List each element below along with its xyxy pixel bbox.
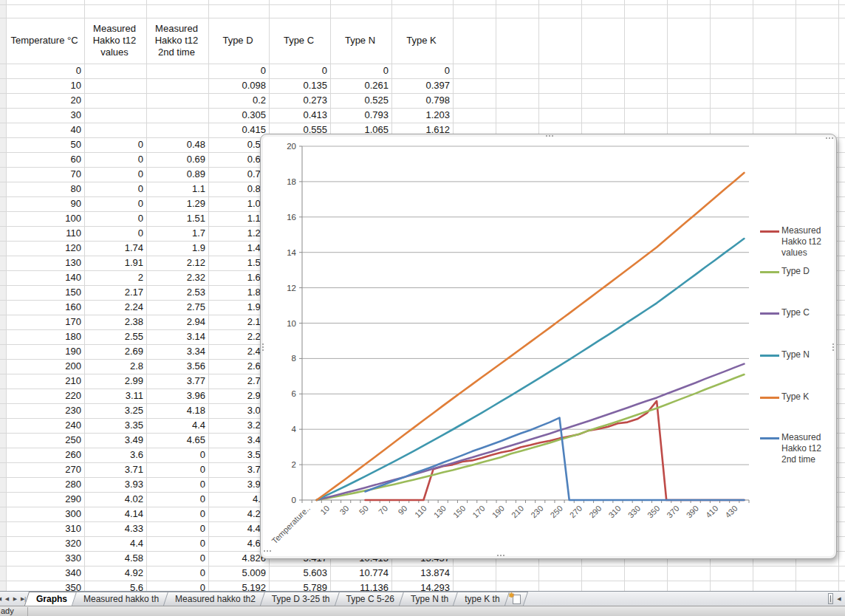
cell[interactable]: 3.49	[84, 433, 146, 448]
cell[interactable]: 1.7	[146, 226, 208, 241]
cell[interactable]: 30	[6, 108, 84, 123]
cell[interactable]: 10	[6, 78, 84, 93]
header-cell[interactable]: Type N	[330, 18, 390, 64]
cell[interactable]: 1.29	[146, 196, 208, 211]
cell[interactable]: 0.305	[208, 108, 269, 123]
chart[interactable]: Temperature..103050709011013015017019021…	[260, 134, 837, 559]
cell[interactable]: 3.34	[146, 344, 208, 359]
cell[interactable]: 4.02	[84, 492, 146, 507]
cell[interactable]: 2.55	[84, 329, 146, 344]
cell[interactable]: 2.38	[84, 315, 146, 329]
cell[interactable]: 50	[6, 137, 84, 152]
cell[interactable]: 60	[6, 152, 84, 167]
cell[interactable]: 2.12	[146, 256, 208, 270]
hscroll-left-icon[interactable]: ◀	[835, 593, 844, 604]
series-line-3[interactable]	[317, 239, 745, 500]
header-cell[interactable]: Type D	[208, 18, 267, 64]
cell[interactable]: 2.8	[84, 359, 146, 374]
cell[interactable]: 280	[6, 477, 84, 492]
legend-entry[interactable]: Type D	[760, 266, 832, 277]
cell[interactable]: 250	[6, 433, 84, 448]
cell[interactable]: 130	[6, 256, 84, 270]
cell[interactable]: 200	[6, 359, 84, 374]
sheet-tab-type-c-5-26[interactable]: Type C 5-26	[337, 592, 404, 606]
cell[interactable]: 3.6	[84, 448, 146, 462]
cell[interactable]: 3.93	[84, 477, 146, 492]
cell[interactable]: 3.35	[84, 418, 146, 433]
sheet-tab-type-n-th[interactable]: Type N th	[401, 592, 458, 606]
cell[interactable]: 90	[6, 196, 84, 211]
cell[interactable]: 0	[146, 566, 208, 581]
cell[interactable]: 0	[146, 477, 208, 492]
header-cell[interactable]: Temperature °C	[6, 18, 83, 64]
series-line-5[interactable]	[366, 418, 745, 500]
legend-entry[interactable]: Measured Hakko t12 values	[760, 225, 832, 259]
sheet-tab-measured-hakko-th2[interactable]: Measured hakko th2	[165, 592, 265, 606]
cell[interactable]: 3.71	[84, 462, 146, 477]
legend-entry[interactable]: Measured Hakko t12 2nd time	[760, 432, 832, 465]
cell[interactable]: 4.18	[146, 403, 208, 418]
cell[interactable]: 290	[6, 492, 84, 507]
cell[interactable]: 0.273	[269, 93, 330, 108]
cell[interactable]: 2.75	[146, 300, 208, 315]
series-line-4[interactable]	[317, 173, 745, 500]
cell[interactable]: 310	[6, 521, 84, 536]
cell[interactable]: 3.96	[146, 389, 208, 403]
cell[interactable]: 4.4	[146, 418, 208, 433]
cell[interactable]: 190	[6, 344, 84, 359]
header-cell[interactable]: Type K	[391, 18, 451, 64]
cell[interactable]: 2	[84, 270, 146, 285]
cell[interactable]: 3.11	[84, 389, 146, 403]
cell[interactable]: 0	[208, 64, 269, 78]
cell[interactable]: 0	[330, 64, 391, 78]
cell[interactable]: 0.135	[269, 78, 330, 93]
cell[interactable]: 0.261	[330, 78, 391, 93]
cell[interactable]: 2.69	[84, 344, 146, 359]
chart-resize-handle[interactable]	[832, 343, 834, 345]
cell[interactable]: 4.58	[84, 551, 146, 566]
cell[interactable]: 0.098	[208, 78, 269, 93]
cell[interactable]: 0.2	[208, 93, 269, 108]
cell[interactable]: 0	[146, 492, 208, 507]
series-line-0[interactable]	[366, 401, 745, 500]
cell[interactable]: 1.203	[391, 108, 453, 123]
cell[interactable]: 150	[6, 285, 84, 300]
cell[interactable]: 5.009	[208, 566, 269, 581]
cell[interactable]: 10.774	[330, 566, 391, 581]
cell[interactable]: 1.91	[84, 256, 146, 270]
cell[interactable]: 2.94	[146, 315, 208, 329]
cell[interactable]: 1.74	[84, 241, 146, 256]
cell[interactable]: 2.32	[146, 270, 208, 285]
chart-resize-handle[interactable]	[497, 555, 499, 556]
cell[interactable]: 0	[84, 196, 146, 211]
cell[interactable]: 340	[6, 566, 84, 581]
cell[interactable]: 13.874	[391, 566, 453, 581]
cell[interactable]: 70	[6, 167, 84, 182]
cell[interactable]: 0	[146, 507, 208, 521]
cell[interactable]: 0	[146, 551, 208, 566]
cell[interactable]: 160	[6, 300, 84, 315]
cell[interactable]: 0.798	[391, 93, 453, 108]
cell[interactable]: 0.48	[146, 137, 208, 152]
cell[interactable]: 0.413	[269, 108, 330, 123]
cell[interactable]: 110	[6, 226, 84, 241]
sheet-tab-measured-hakko-th[interactable]: Measured hakko th	[74, 592, 168, 606]
cell[interactable]: 0	[84, 167, 146, 182]
cell[interactable]: 0	[269, 64, 330, 78]
cell[interactable]: 40	[6, 123, 84, 137]
cell[interactable]: 300	[6, 507, 84, 521]
cell[interactable]: 0.89	[146, 167, 208, 182]
cell[interactable]: 0	[146, 462, 208, 477]
cell[interactable]: 4.14	[84, 507, 146, 521]
cell[interactable]: 3.56	[146, 359, 208, 374]
cell[interactable]: 240	[6, 418, 84, 433]
sheet-tab-type-k-th[interactable]: type K th	[455, 592, 509, 606]
cell[interactable]: 0.525	[330, 93, 391, 108]
cell[interactable]: 210	[6, 374, 84, 389]
cell[interactable]: 120	[6, 241, 84, 256]
cell[interactable]: 2.24	[84, 300, 146, 315]
cell[interactable]: 220	[6, 389, 84, 403]
cell[interactable]: 2.99	[84, 374, 146, 389]
chart-resize-handle[interactable]	[826, 137, 827, 139]
cell[interactable]: 3.14	[146, 329, 208, 344]
